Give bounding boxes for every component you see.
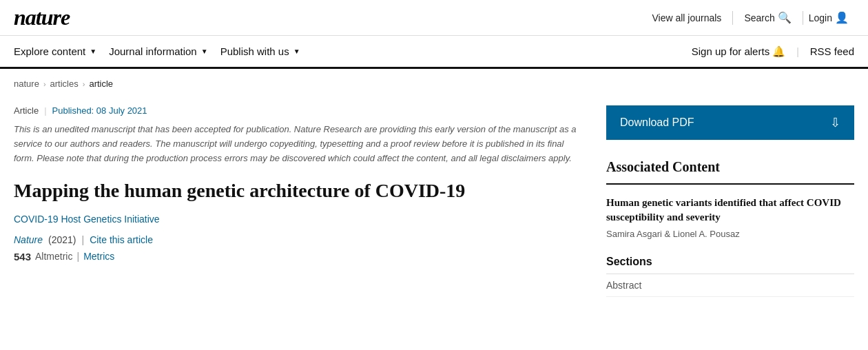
- explore-content-label: Explore content: [14, 45, 85, 57]
- download-pdf-label: Download PDF: [620, 116, 694, 129]
- article-title: Mapping the human genetic architecture o…: [14, 179, 579, 203]
- journal-year: (2021): [48, 234, 76, 245]
- search-icon: 🔍: [778, 11, 792, 24]
- view-all-journals-link[interactable]: View all journals: [641, 12, 732, 23]
- rss-feed-link[interactable]: RSS feed: [810, 45, 854, 57]
- secondary-navigation: Explore content ▼ Journal information ▼ …: [0, 36, 868, 69]
- journal-name-link[interactable]: Nature: [14, 234, 43, 245]
- user-icon: 👤: [835, 11, 849, 24]
- secondary-nav-right: Sign up for alerts 🔔 | RSS feed: [692, 45, 854, 58]
- metrics-link[interactable]: Metrics: [83, 251, 114, 262]
- publish-with-us-label: Publish with us: [220, 45, 289, 57]
- sections-title: Sections: [606, 256, 854, 268]
- journal-line: Nature (2021) | Cite this article: [14, 234, 579, 245]
- journal-pipe: |: [82, 234, 85, 245]
- download-pdf-button[interactable]: Download PDF ⇩: [606, 105, 854, 140]
- publish-chevron-icon: ▼: [293, 48, 300, 55]
- breadcrumb-nature[interactable]: nature: [14, 79, 39, 89]
- search-button[interactable]: Search 🔍: [733, 11, 802, 24]
- altmetric-row: 543 Altmetric | Metrics: [14, 251, 579, 262]
- article-notice: This is an unedited manuscript that has …: [14, 123, 579, 165]
- nav-separator: |: [791, 46, 805, 57]
- altmetric-pipe: |: [76, 251, 79, 262]
- main-content: Article | Published: 08 July 2021 This i…: [14, 105, 579, 297]
- associated-item-title: Human genetic variants identified that a…: [606, 196, 854, 225]
- altmetric-label: Altmetric: [35, 251, 72, 262]
- login-button[interactable]: Login 👤: [803, 11, 854, 24]
- associated-content-title: Associated Content: [606, 159, 854, 175]
- download-icon: ⇩: [830, 115, 840, 130]
- altmetric-score: 543: [14, 251, 31, 262]
- secondary-nav-left: Explore content ▼ Journal information ▼ …: [14, 45, 313, 57]
- top-nav-right: View all journals Search 🔍 Login 👤: [641, 11, 854, 25]
- journal-information-nav[interactable]: Journal information ▼: [109, 45, 220, 57]
- sidebar: Download PDF ⇩ Associated Content Human …: [606, 105, 854, 297]
- sections-abstract-item[interactable]: Abstract: [606, 274, 854, 297]
- breadcrumb-sep-1: ›: [43, 80, 46, 88]
- publish-with-us-nav[interactable]: Publish with us ▼: [220, 45, 313, 57]
- top-navigation: nature View all journals Search 🔍 Login …: [0, 0, 868, 36]
- search-label: Search: [744, 12, 774, 23]
- rss-feed-label: RSS feed: [810, 45, 854, 57]
- journal-info-chevron-icon: ▼: [201, 48, 208, 55]
- cite-article-link[interactable]: Cite this article: [90, 234, 153, 245]
- login-label: Login: [809, 12, 832, 23]
- bell-icon: 🔔: [772, 45, 785, 58]
- main-layout: Article | Published: 08 July 2021 This i…: [0, 99, 868, 297]
- associated-item-authors: Samira Asgari & Lionel A. Pousaz: [606, 229, 854, 239]
- associated-divider: [606, 183, 854, 185]
- article-type-label: Article: [14, 105, 39, 116]
- breadcrumb: nature › articles › article: [0, 69, 868, 99]
- meta-separator: |: [44, 105, 46, 116]
- breadcrumb-articles[interactable]: articles: [50, 79, 79, 89]
- breadcrumb-sep-2: ›: [83, 80, 85, 88]
- explore-chevron-icon: ▼: [90, 48, 96, 55]
- published-date: Published: 08 July 2021: [52, 105, 147, 116]
- journal-information-label: Journal information: [109, 45, 197, 57]
- article-meta: Article | Published: 08 July 2021: [14, 105, 579, 116]
- breadcrumb-current: article: [89, 79, 113, 89]
- top-nav-left: nature: [14, 5, 90, 30]
- authors-link[interactable]: COVID-19 Host Genetics Initiative: [14, 214, 579, 225]
- sign-up-alerts-link[interactable]: Sign up for alerts 🔔: [692, 45, 785, 58]
- site-logo[interactable]: nature: [14, 5, 70, 30]
- explore-content-nav[interactable]: Explore content ▼: [14, 45, 109, 57]
- sign-up-alerts-label: Sign up for alerts: [692, 45, 769, 57]
